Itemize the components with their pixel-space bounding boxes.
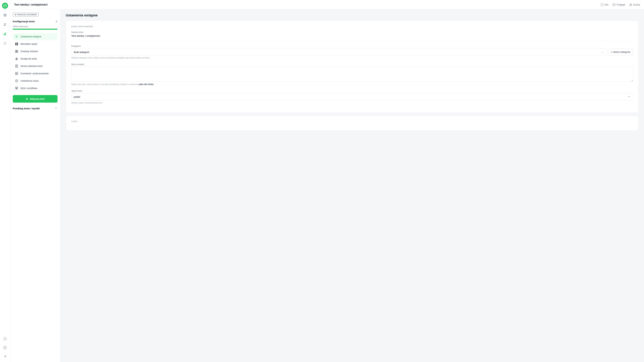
svg-point-32 bbox=[16, 59, 17, 60]
nav-users-icon[interactable] bbox=[2, 22, 8, 28]
divider-1 bbox=[71, 41, 633, 42]
section-label-logo: LOGO bbox=[71, 120, 633, 122]
sidebar-item-wzor-certyfikatu[interactable]: Wzór certyfikatu bbox=[13, 85, 58, 92]
sidebar-section-title: Konfiguracja testu bbox=[13, 20, 35, 23]
test-name-value: Test wiedzy i umiejętności bbox=[71, 34, 633, 37]
section-label-dane: DANE PODSTAWOWE bbox=[71, 26, 633, 28]
svg-text:i: i bbox=[602, 4, 602, 6]
svg-point-19 bbox=[614, 4, 614, 5]
create-category-button[interactable]: + Utwórz kategorię bbox=[608, 49, 633, 55]
svg-rect-44 bbox=[16, 87, 18, 89]
sidebar-item-label: Menedżer pytań bbox=[20, 42, 37, 45]
print-button[interactable]: Drukuj bbox=[629, 3, 640, 6]
nav-settings-icon[interactable] bbox=[2, 40, 8, 46]
nav-help-icon[interactable]: ? bbox=[2, 336, 8, 342]
sidebar-item-label: Dostęp do testu bbox=[20, 57, 37, 60]
app-logo[interactable] bbox=[2, 3, 8, 9]
info-button[interactable]: i Info bbox=[600, 3, 608, 6]
test-name-label: Nazwa testu bbox=[71, 31, 633, 33]
svg-rect-37 bbox=[16, 72, 18, 74]
nav-expand-icon[interactable] bbox=[2, 353, 8, 359]
sidebar-item-strona-startowa[interactable]: Strona startowa testu bbox=[13, 62, 58, 70]
print-icon bbox=[629, 3, 632, 6]
preview-icon bbox=[612, 3, 616, 6]
description-textarea[interactable] bbox=[71, 66, 633, 82]
svg-rect-26 bbox=[17, 44, 18, 45]
icon-nav: ? bbox=[0, 0, 10, 362]
category-chevron-icon: ⌵ bbox=[602, 50, 603, 54]
sidebar-item-label: Ustawienia wstępne bbox=[20, 35, 42, 38]
nav-chart-icon[interactable] bbox=[2, 31, 8, 37]
language-value: polski bbox=[74, 96, 80, 98]
language-chevron-icon bbox=[628, 95, 630, 99]
category-dropdown[interactable]: Brak kategorii ⌵ bbox=[71, 48, 606, 56]
description-group: Opis (notatki) Wpisz opis testu, który p… bbox=[71, 63, 633, 86]
description-label: Opis (notatki) bbox=[71, 63, 633, 66]
svg-rect-3 bbox=[4, 15, 5, 16]
category-label: Kategoria bbox=[71, 45, 633, 47]
category-dropdown-row: Brak kategorii ⌵ + Utwórz kategorię bbox=[71, 48, 633, 56]
sidebar-item-ocenianie[interactable]: Ocenianie i podsumowanie bbox=[13, 70, 58, 77]
svg-marker-46 bbox=[26, 98, 28, 100]
svg-rect-7 bbox=[4, 34, 4, 35]
strona-startowa-icon bbox=[15, 64, 18, 68]
svg-rect-8 bbox=[4, 33, 5, 35]
test-name-group: Nazwa testu Test wiedzy i umiejętności bbox=[71, 31, 633, 37]
status-badge: W TRAKCIE USTAWIEŃ bbox=[13, 13, 38, 16]
svg-point-11 bbox=[4, 43, 5, 44]
category-group: Kategoria Brak kategorii ⌵ + Utwórz kate… bbox=[71, 45, 633, 59]
topbar-title: Test wiedzy i umiejętności bbox=[14, 3, 48, 6]
sidebar-item-menedzer-pytan[interactable]: Menedżer pytań bbox=[13, 40, 58, 48]
svg-point-22 bbox=[16, 36, 17, 37]
sidebar-item-label: Wzór certyfikatu bbox=[20, 87, 37, 90]
sidebar-section2-header[interactable]: Przebieg testu i wyniki bbox=[13, 105, 58, 112]
svg-rect-4 bbox=[5, 15, 6, 16]
play-icon bbox=[26, 98, 28, 100]
sidebar-section2-title: Przebieg testu i wyniki bbox=[13, 107, 40, 110]
svg-rect-25 bbox=[15, 44, 16, 45]
zestawy-testowe-icon bbox=[15, 50, 18, 53]
progress-label: 100% ukończono bbox=[13, 25, 58, 28]
svg-rect-29 bbox=[16, 52, 16, 52]
form-card-logo: LOGO bbox=[66, 116, 639, 130]
main-content: Ustawienia wstępne DANE PODSTAWOWE Nazwa… bbox=[60, 10, 644, 362]
svg-point-6 bbox=[5, 24, 6, 24]
sidebar-section-header: Konfiguracja testu ∧ bbox=[13, 20, 58, 23]
menedzer-pytan-icon bbox=[15, 42, 18, 46]
sidebar-section-chevron-icon[interactable]: ∧ bbox=[56, 20, 58, 23]
sidebar-item-ustawienia-czasu[interactable]: Ustawienia czasu bbox=[13, 77, 58, 84]
ocenianie-icon bbox=[15, 72, 18, 75]
language-dropdown[interactable]: polski bbox=[71, 93, 633, 100]
info-label: Info bbox=[604, 3, 608, 6]
category-value: Brak kategorii bbox=[74, 51, 89, 54]
nav-apps-icon[interactable] bbox=[2, 12, 8, 18]
svg-point-5 bbox=[4, 23, 5, 24]
svg-rect-14 bbox=[4, 346, 6, 349]
topbar: Test wiedzy i umiejętności i Info Podglą… bbox=[10, 0, 644, 10]
page-title: Ustawienia wstępne bbox=[66, 14, 639, 17]
description-hint: Wpisz opis testu, który posłuży Ci do je… bbox=[71, 83, 633, 86]
ustawienia-wstepne-icon bbox=[15, 35, 18, 38]
sidebar-item-zestawy-testowe[interactable]: Zestawy testowe bbox=[13, 48, 58, 55]
activate-button[interactable]: Aktywuj test bbox=[13, 95, 58, 102]
sidebar-menu: Ustawienia wstępne Menedżer pytań bbox=[13, 33, 58, 92]
print-label: Drukuj bbox=[633, 3, 640, 6]
main-wrapper: Test wiedzy i umiejętności i Info Podglą… bbox=[10, 0, 644, 362]
sidebar: W TRAKCIE USTAWIEŃ Konfiguracja testu ∧ … bbox=[10, 10, 60, 362]
content-area: W TRAKCIE USTAWIEŃ Konfiguracja testu ∧ … bbox=[10, 10, 644, 362]
nav-back-icon[interactable] bbox=[2, 344, 8, 350]
sidebar-item-label: Ocenianie i podsumowanie bbox=[20, 72, 49, 75]
svg-rect-24 bbox=[17, 42, 18, 44]
sidebar-item-label: Zestawy testowe bbox=[20, 50, 38, 53]
info-icon: i bbox=[600, 3, 604, 6]
sidebar-item-dostep-do-testu[interactable]: Dostęp do testu bbox=[13, 55, 58, 62]
sidebar-item-ustawienia-wstepne[interactable]: Ustawienia wstępne bbox=[13, 33, 58, 40]
preview-button[interactable]: Podgląd bbox=[612, 3, 625, 6]
topbar-actions: i Info Podgląd Drukuj bbox=[600, 3, 640, 6]
language-group: Język testu polski Wybierz język rozwiąz… bbox=[71, 90, 633, 104]
svg-rect-21 bbox=[630, 5, 632, 6]
sidebar-item-label: Strona startowa testu bbox=[20, 65, 42, 68]
svg-rect-2 bbox=[5, 14, 6, 15]
dostep-icon bbox=[15, 57, 18, 60]
form-card-dane-podstawowe: DANE PODSTAWOWE Nazwa testu Test wiedzy … bbox=[66, 20, 639, 113]
